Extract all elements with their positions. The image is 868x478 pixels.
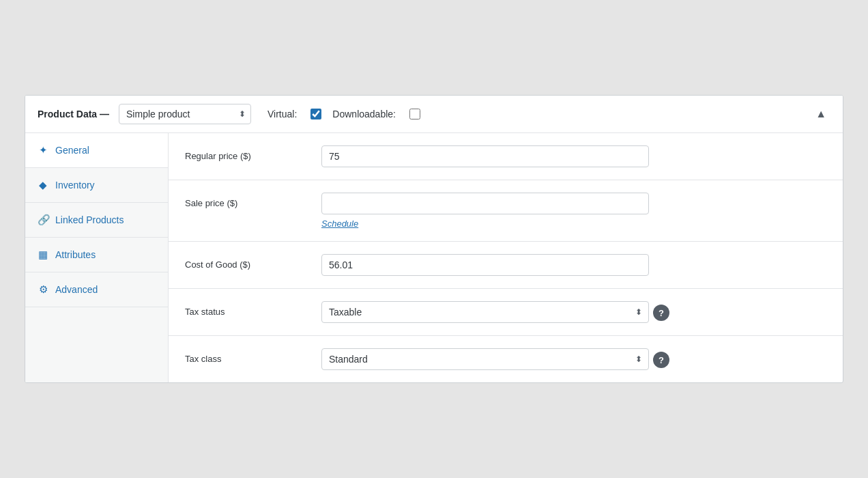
tax-status-row: Tax status Taxable Shipping only None ?: [169, 289, 843, 336]
sidebar-item-attributes[interactable]: ▦ Attributes: [25, 238, 168, 272]
regular-price-row: Regular price ($): [169, 133, 843, 180]
panel-header: Product Data — Simple product Grouped pr…: [25, 96, 843, 133]
inventory-icon: ◆: [38, 179, 48, 191]
sidebar-item-general[interactable]: ✦ General: [25, 133, 168, 168]
content-area: Regular price ($) Sale price ($) Schedul…: [169, 133, 843, 382]
collapse-button[interactable]: ▲: [811, 105, 830, 123]
tax-class-help-button[interactable]: ?: [653, 352, 669, 368]
attributes-icon: ▦: [38, 249, 48, 261]
sidebar-label-advanced: Advanced: [55, 284, 98, 295]
sidebar-item-advanced[interactable]: ⚙ Advanced: [25, 272, 168, 307]
tax-class-select[interactable]: Standard Reduced rate Zero rate: [321, 348, 649, 370]
tax-status-help-button[interactable]: ?: [653, 305, 669, 321]
wrench-icon: ✦: [38, 144, 48, 156]
sidebar-label-attributes: Attributes: [55, 249, 96, 260]
sidebar-item-linked-products[interactable]: 🔗 Linked Products: [25, 203, 168, 238]
tax-class-select-wrapper: Standard Reduced rate Zero rate: [321, 348, 649, 370]
sidebar-label-general: General: [55, 145, 89, 156]
tax-class-row: Tax class Standard Reduced rate Zero rat…: [169, 336, 843, 382]
sidebar-item-inventory[interactable]: ◆ Inventory: [25, 168, 168, 203]
downloadable-checkbox[interactable]: [409, 109, 420, 120]
panel-body: ✦ General ◆ Inventory 🔗 Linked Products …: [25, 133, 843, 382]
product-data-title: Product Data —: [38, 109, 109, 120]
tax-class-with-help: Standard Reduced rate Zero rate ?: [321, 348, 826, 370]
regular-price-label: Regular price ($): [185, 145, 308, 161]
sale-price-group: Schedule: [321, 193, 826, 229]
tax-status-label: Tax status: [185, 301, 308, 317]
header-options: Virtual: Downloadable:: [267, 109, 420, 120]
cost-of-good-input[interactable]: [321, 254, 649, 276]
schedule-link[interactable]: Schedule: [321, 219, 826, 229]
product-data-panel: Product Data — Simple product Grouped pr…: [25, 95, 843, 383]
virtual-label: Virtual:: [267, 109, 297, 120]
regular-price-input[interactable]: [321, 145, 649, 167]
tax-status-select-wrapper: Taxable Shipping only None: [321, 301, 649, 323]
sidebar-label-linked-products: Linked Products: [55, 214, 124, 225]
cost-of-good-row: Cost of Good ($): [169, 242, 843, 289]
downloadable-label: Downloadable:: [332, 109, 396, 120]
sale-price-label: Sale price ($): [185, 193, 308, 208]
tax-status-select[interactable]: Taxable Shipping only None: [321, 301, 649, 323]
gear-icon: ⚙: [38, 283, 48, 296]
virtual-checkbox[interactable]: [310, 109, 321, 120]
tax-status-with-help: Taxable Shipping only None ?: [321, 301, 826, 323]
sale-price-row: Sale price ($) Schedule: [169, 180, 843, 242]
tax-class-label: Tax class: [185, 348, 308, 364]
sale-price-input[interactable]: [321, 193, 649, 214]
sidebar: ✦ General ◆ Inventory 🔗 Linked Products …: [25, 133, 169, 382]
product-type-wrapper: Simple product Grouped product External/…: [119, 104, 251, 124]
cost-of-good-label: Cost of Good ($): [185, 254, 308, 270]
product-type-select[interactable]: Simple product Grouped product External/…: [119, 104, 251, 124]
link-icon: 🔗: [38, 214, 48, 226]
sidebar-label-inventory: Inventory: [55, 180, 95, 191]
